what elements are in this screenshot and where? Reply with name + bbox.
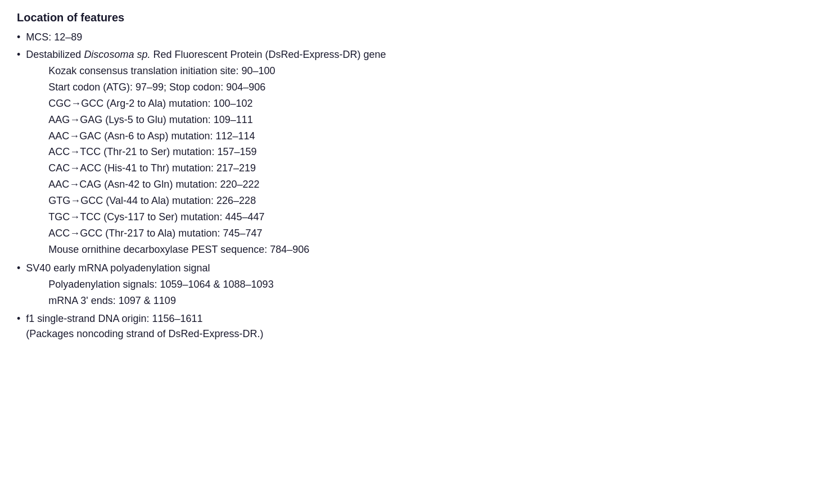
feature-list: • MCS: 12–89 • Destabilized Discosoma sp… — [17, 30, 819, 342]
dsred-subitems: Kozak consensus translation initiation s… — [26, 63, 386, 258]
list-item: ACC→TCC (Thr-21 to Ser) mutation: 157–15… — [48, 144, 386, 160]
list-item: mRNA 3' ends: 1097 & 1109 — [48, 293, 273, 309]
list-item: GTG→GCC (Val-44 to Ala) mutation: 226–22… — [48, 193, 386, 209]
dsred-text-suffix: Red Fluorescent Protein (DsRed-Express-D… — [150, 49, 386, 60]
list-item: AAC→GAC (Asn-6 to Asp) mutation: 112–114 — [48, 129, 386, 144]
list-item-sv40: • SV40 early mRNA polyadenylation signal… — [17, 261, 819, 310]
mcs-text: MCS: 12–89 — [26, 31, 82, 43]
f1-subtext: (Packages noncoding strand of DsRed-Expr… — [26, 328, 263, 339]
list-item-f1: • f1 single-strand DNA origin: 1156–1611… — [17, 311, 819, 342]
feature-content-dsred: Destabilized Discosoma sp. Red Fluoresce… — [26, 47, 386, 258]
page-title: Location of features — [17, 11, 819, 24]
f1-text: f1 single-strand DNA origin: 1156–1611 — [26, 313, 202, 324]
list-item-dsred: • Destabilized Discosoma sp. Red Fluores… — [17, 47, 819, 258]
list-item: Polyadenylation signals: 1059–1064 & 108… — [48, 277, 273, 293]
feature-content-f1: f1 single-strand DNA origin: 1156–1611 (… — [26, 311, 263, 342]
bullet-sv40: • — [17, 261, 20, 276]
list-item: AAG→GAG (Lys-5 to Glu) mutation: 109–111 — [48, 112, 386, 128]
bullet-dsred: • — [17, 47, 20, 62]
list-item: AAC→CAG (Asn-42 to Gln) mutation: 220–22… — [48, 177, 386, 193]
list-item: Start codon (ATG): 97–99; Stop codon: 90… — [48, 80, 386, 96]
list-item: Mouse ornithine decarboxylase PEST seque… — [48, 242, 386, 258]
bullet-mcs: • — [17, 30, 20, 45]
bullet-f1: • — [17, 311, 20, 326]
dsred-text-italic: Discosoma sp. — [84, 49, 150, 60]
list-item: ACC→GCC (Thr-217 to Ala) mutation: 745–7… — [48, 226, 386, 242]
sv40-text: SV40 early mRNA polyadenylation signal — [26, 262, 210, 274]
list-item: TGC→TCC (Cys-117 to Ser) mutation: 445–4… — [48, 210, 386, 225]
dsred-text-prefix: Destabilized — [26, 49, 84, 60]
feature-content-sv40: SV40 early mRNA polyadenylation signal P… — [26, 261, 273, 310]
sv40-subitems: Polyadenylation signals: 1059–1064 & 108… — [26, 277, 273, 309]
list-item: Kozak consensus translation initiation s… — [48, 63, 386, 79]
list-item-mcs: • MCS: 12–89 — [17, 30, 819, 45]
feature-content-mcs: MCS: 12–89 — [26, 30, 82, 45]
page-container: Location of features • MCS: 12–89 • Dest… — [17, 11, 819, 342]
list-item: CAC→ACC (His-41 to Thr) mutation: 217–21… — [48, 161, 386, 176]
list-item: CGC→GCC (Arg-2 to Ala) mutation: 100–102 — [48, 96, 386, 112]
